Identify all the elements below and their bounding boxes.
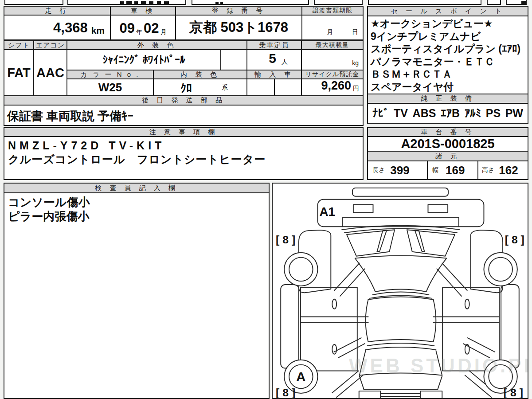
inspection-month-suffix: 月: [160, 28, 166, 36]
corner-mark-bottom-right: [ 8 ]: [504, 387, 523, 398]
spec-height-value: 162: [499, 164, 518, 177]
interior-color-value: ｸﾛ: [180, 82, 192, 95]
sales-points-cell: ★オークションデビュー★ 9インチプレミアムナビ スポーティスタイルプラン (ｴ…: [367, 16, 528, 94]
clipped-cell: [487, 0, 501, 5]
shift-value: FAT: [4, 49, 34, 96]
oem-item: TV: [394, 107, 408, 120]
corner-mark-top-left: [ 8 ]: [276, 234, 295, 246]
car-diagram-box: WEB STUDIO.PRO A1: [272, 183, 528, 399]
exterior-color-value: ｼｬｲﾆﾝｸﾞ ﾎﾜｲﾄﾊﾟｰﾙ: [66, 49, 221, 70]
clipped-text-fragment: [149, 1, 153, 4]
notes-line1: NMZL-Y72D TV-KIT: [8, 139, 359, 153]
oem-item: PW: [505, 107, 523, 120]
front-bumper: [318, 200, 484, 227]
sales-points-header: セ ー ル ス ポ イ ン ト: [367, 6, 528, 16]
inspection-value-cell: 09 年 02 月: [110, 15, 176, 40]
oem-equipment-header: 純 正 装 備: [367, 94, 528, 104]
hood: [355, 256, 446, 292]
clipped-text-fragment: [134, 1, 138, 4]
sales-point-line: 9インチプレミアムナビ: [371, 30, 525, 43]
recycle-deposit-unit: 円: [353, 85, 359, 93]
inspector-notes-cell: コンソール傷小 ピラー内張傷小: [4, 192, 270, 399]
recycle-deposit-value: 9,260: [321, 79, 351, 93]
auction-sheet: 走 行 車 検 登 録 番 号 譲渡書類期限 4,368 km 09 年 02 …: [0, 0, 532, 399]
aircon-header: エアコン: [33, 40, 67, 50]
oem-item: ｱﾙﾐ: [465, 107, 481, 120]
oem-item: ｴｱB: [441, 107, 460, 120]
sales-point-line: ★オークションデビュー★: [371, 17, 525, 30]
later-shipping-value: 保証書 車両取説 予備ｷｰ: [7, 108, 133, 124]
clipped-cell: [4, 0, 63, 5]
left-sill: [281, 285, 299, 368]
sales-point-line: スペアータイヤ付: [371, 81, 525, 94]
corner-mark-bottom-left: [ 8 ]: [276, 387, 295, 398]
capacity-value: 5: [269, 51, 276, 66]
sales-point-line: スポーティスタイルプラン (ｴｱﾛ): [371, 43, 525, 55]
imported-header: 輸 入 車: [246, 70, 302, 79]
spec-width-label: 幅: [432, 166, 438, 174]
corner-mark-top-right: [ 8 ]: [505, 234, 524, 246]
specs-header: 諸 元: [367, 151, 528, 161]
recycle-deposit-cell: 9,260 円: [301, 78, 364, 96]
mileage-unit: km: [91, 25, 105, 36]
spec-width-cell: 幅 169: [427, 160, 478, 180]
transfer-deadline-cell: 月 日: [301, 15, 364, 40]
interior-color-header: 内 装 色: [153, 70, 247, 79]
transfer-day-suffix: 日: [352, 28, 358, 36]
registration-value: 京都 503ト1678: [175, 15, 302, 40]
aircon-value: AAC: [33, 49, 67, 96]
oem-item: ﾅﾋﾞ: [372, 107, 389, 120]
transfer-month-suffix: 月: [327, 28, 333, 36]
sales-point-line: パノラマモニター・ＥＴＣ: [371, 55, 525, 68]
capacity-header: 乗車定員: [246, 40, 302, 50]
clipped-text-fragment: [141, 1, 146, 4]
spec-height-cell: 高さ 162: [477, 160, 528, 180]
interior-color-suffix: 系: [222, 84, 228, 92]
interior-color-cell: ｸﾛ 系: [153, 78, 247, 96]
inspection-year: 09: [120, 20, 135, 36]
rear-left-wheel-mark: A: [296, 369, 306, 384]
transfer-deadline-header: 譲渡書類期限: [301, 6, 364, 16]
mileage-header: 走 行: [4, 6, 111, 16]
chassis-value: A201S-0001825: [367, 136, 528, 152]
clipped-cell: [314, 0, 363, 5]
inspection-month: 02: [144, 20, 159, 36]
spec-length-label: 長さ: [372, 166, 385, 174]
later-shipping-cell: 保証書 車両取説 予備ｷｰ: [4, 105, 364, 126]
capacity-unit: 人: [282, 58, 288, 66]
mileage-value: 4,368: [53, 20, 88, 36]
inspection-year-suffix: 年: [136, 28, 142, 36]
notes-cell: NMZL-Y72D TV-KIT クルーズコントロール フロントシートヒーター: [4, 136, 364, 180]
spec-width-value: 169: [446, 164, 465, 177]
chassis-header: 車 台 番 号: [367, 127, 528, 137]
clipped-text-fragment: [126, 1, 132, 4]
clipped-text-fragment: [215, 2, 219, 4]
a-pillars: [334, 263, 467, 296]
oem-item: PS: [486, 107, 501, 120]
color-no-header: カ ラ ー N o .: [66, 70, 154, 79]
spec-length-cell: 長さ 399: [367, 160, 428, 180]
mileage-value-cell: 4,368 km: [4, 15, 111, 40]
diagram-front-mark: A1: [320, 205, 336, 219]
inspector-notes-header: 検 査 員 記 入 欄: [4, 183, 270, 193]
clipped-cell: [192, 0, 309, 5]
rear-bumper: [359, 376, 442, 398]
exterior-color-extra-cell: [220, 49, 247, 70]
exterior-color-header: 外 装 色: [66, 40, 247, 50]
capacity-value-cell: 5 人: [246, 49, 302, 70]
shift-header: シフト: [4, 40, 34, 50]
spec-length-value: 399: [390, 164, 409, 177]
cabin-roof: [366, 292, 436, 342]
notes-header: 注 意 事 項 欄: [4, 127, 364, 137]
color-no-value: W25: [66, 78, 154, 96]
watermark: WEB STUDIO.PRO: [349, 355, 528, 377]
sales-point-line: ＢＳＭ＋ＲＣＴＡ: [371, 68, 525, 81]
max-load-unit: kg: [352, 59, 359, 66]
clipped-text-fragment: [164, 1, 169, 4]
oem-equipment-cell: ﾅﾋﾞ TV ABS ｴｱB ｱﾙﾐ PS PW: [367, 103, 528, 124]
imported-cell-2: [274, 78, 302, 96]
spec-height-label: 高さ: [482, 166, 494, 174]
max-load-cell: kg: [301, 49, 364, 70]
oem-item: ABS: [413, 107, 436, 120]
registration-header: 登 録 番 号: [175, 6, 302, 16]
